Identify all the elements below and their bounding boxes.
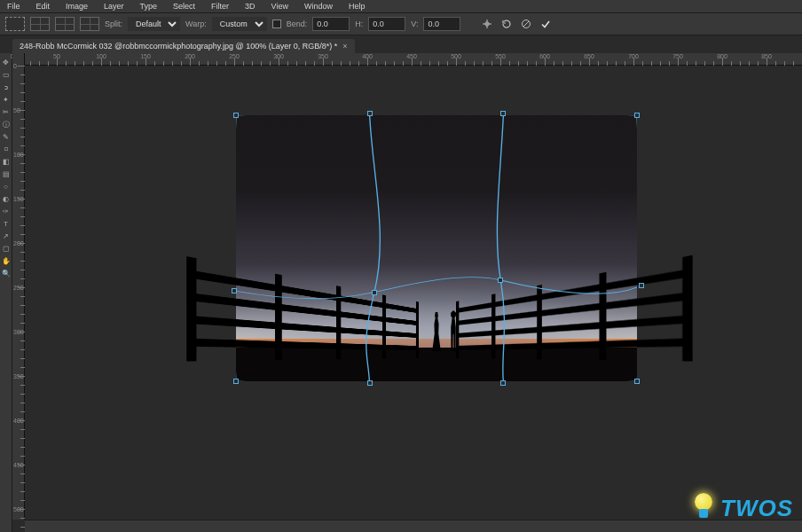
menu-help[interactable]: Help: [349, 2, 366, 11]
menu-type[interactable]: Type: [140, 2, 158, 11]
horizontal-split-icon[interactable]: [80, 17, 99, 31]
warp-mode-label: Warp:: [185, 20, 207, 28]
eraser-tool-icon[interactable]: ◧: [1, 156, 12, 167]
commit-transform-icon[interactable]: [539, 17, 553, 31]
svg-line-2: [523, 21, 529, 27]
menu-file[interactable]: File: [7, 2, 20, 11]
split-label: Split:: [105, 20, 122, 28]
toolbox: ✥ ▭ ɔ ✦ ✂ ⓘ ✎ ⌑ ◧ ▤ ○ ◐ ✑ T ↗ ▢ ✋ 🔍: [0, 53, 12, 532]
warp-handle[interactable]: [500, 111, 506, 116]
canvas[interactable]: [25, 66, 802, 520]
warp-handle[interactable]: [372, 290, 377, 295]
gradient-tool-icon[interactable]: ▤: [1, 168, 12, 179]
document-tab[interactable]: 248-Robb McCormick 032 @robbmccormickpho…: [12, 39, 355, 53]
menu-view[interactable]: View: [271, 2, 288, 11]
lightbulb-icon: [692, 493, 715, 523]
menu-3d[interactable]: 3D: [245, 2, 256, 11]
shape-tool-icon[interactable]: ▢: [1, 243, 12, 254]
dodge-tool-icon[interactable]: ◐: [1, 193, 12, 204]
menu-image[interactable]: Image: [66, 2, 88, 11]
crosshatch-split-icon[interactable]: [30, 17, 50, 31]
warp-handle[interactable]: [233, 379, 239, 384]
document-tab-title: 248-Robb McCormick 032 @robbmccormickpho…: [20, 42, 337, 51]
warp-handle[interactable]: [500, 380, 506, 386]
cancel-transform-icon[interactable]: [519, 17, 533, 31]
warp-handle[interactable]: [367, 380, 373, 386]
warp-mode-default[interactable]: Default: [128, 17, 180, 31]
lasso-tool-icon[interactable]: ɔ: [1, 82, 12, 92]
wand-tool-icon[interactable]: ✦: [1, 94, 12, 105]
type-tool-icon[interactable]: T: [1, 218, 12, 229]
warp-handle[interactable]: [634, 113, 640, 118]
bend-field[interactable]: 0.0: [312, 17, 350, 31]
ruler-vertical[interactable]: 050100150200250300350400450500: [12, 53, 25, 520]
warp-handle[interactable]: [367, 111, 373, 116]
options-bar: Split: Default Warp: Custom Bend: 0.0 H:…: [0, 12, 802, 35]
menu-layer[interactable]: Layer: [104, 2, 124, 11]
v-field[interactable]: 0.0: [423, 17, 460, 31]
pen-tool-icon[interactable]: ✑: [1, 206, 12, 216]
warp-handle[interactable]: [498, 278, 503, 283]
vertical-split-icon[interactable]: [55, 17, 75, 31]
v-label: V:: [411, 20, 418, 28]
crop-tool-icon[interactable]: ✂: [1, 106, 12, 117]
warp-handle[interactable]: [639, 283, 644, 288]
close-tab-icon[interactable]: ×: [342, 42, 347, 51]
bend-label: Bend:: [287, 20, 308, 28]
warp-mode-select[interactable]: Custom: [212, 17, 267, 31]
document-tabstrip: 248-Robb McCormick 032 @robbmccormickpho…: [0, 35, 802, 53]
blur-tool-icon[interactable]: ○: [1, 181, 12, 192]
menu-select[interactable]: Select: [173, 2, 195, 11]
menubar: File Edit Image Layer Type Select Filter…: [0, 0, 802, 12]
warp-orientation-toggle[interactable]: [272, 20, 281, 28]
eyedropper-tool-icon[interactable]: ⓘ: [1, 119, 12, 129]
image-layer[interactable]: [236, 115, 637, 381]
move-tool-icon[interactable]: ✥: [1, 57, 12, 67]
zoom-tool-icon[interactable]: 🔍: [1, 268, 12, 278]
twos-text: TWOS: [720, 495, 793, 522]
marquee-tool-icon[interactable]: ▭: [1, 69, 12, 80]
scrollbar-horizontal[interactable]: [25, 520, 802, 532]
warp-handle[interactable]: [634, 379, 640, 384]
brush-tool-icon[interactable]: ✎: [1, 131, 12, 142]
anchor-point-icon[interactable]: [480, 17, 494, 31]
warp-handle[interactable]: [232, 288, 237, 293]
twos-watermark: TWOS: [692, 493, 793, 523]
menu-edit[interactable]: Edit: [36, 2, 51, 11]
menu-window[interactable]: Window: [304, 2, 333, 11]
h-label: H:: [355, 20, 363, 28]
hand-tool-icon[interactable]: ✋: [1, 255, 12, 266]
ruler-horizontal[interactable]: 0501001502002503003504004505005506006507…: [12, 53, 802, 66]
reset-warp-icon[interactable]: [499, 17, 514, 31]
h-field[interactable]: 0.0: [368, 17, 405, 31]
warp-bounds-icon[interactable]: [5, 17, 25, 31]
path-tool-icon[interactable]: ↗: [1, 231, 12, 241]
clone-tool-icon[interactable]: ⌑: [1, 144, 12, 154]
menu-filter[interactable]: Filter: [211, 2, 229, 11]
warp-handle[interactable]: [233, 113, 239, 118]
